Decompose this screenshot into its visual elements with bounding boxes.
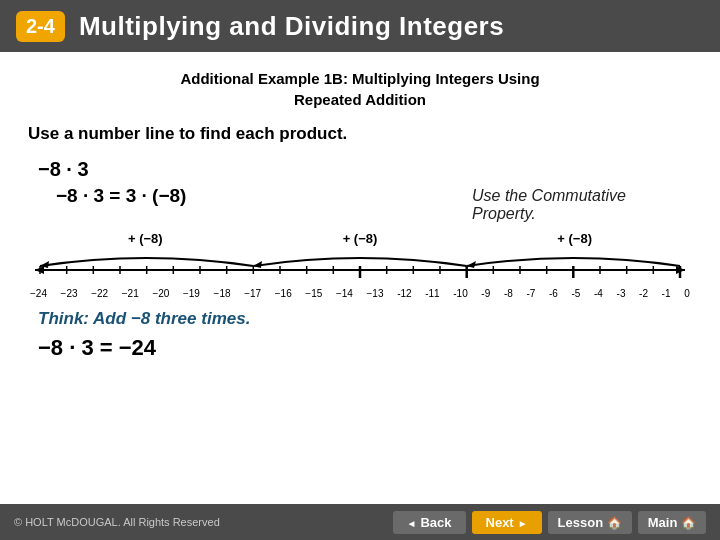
num-label: -2 — [639, 288, 648, 299]
num-label: −20 — [152, 288, 169, 299]
num-label: −17 — [244, 288, 261, 299]
num-label: -5 — [571, 288, 580, 299]
num-label: −15 — [305, 288, 322, 299]
main-label: Main — [648, 515, 678, 530]
commutative-note: Use the Commutative Property. — [472, 185, 692, 223]
num-label: -9 — [481, 288, 490, 299]
equation-text: −8 · 3 = 3 · (−8) — [56, 185, 186, 207]
num-label: -3 — [617, 288, 626, 299]
num-label: −22 — [91, 288, 108, 299]
next-arrow-icon — [518, 515, 528, 530]
num-label: -1 — [662, 288, 671, 299]
num-label: −23 — [61, 288, 78, 299]
arrow-label-1: + (−8) — [38, 231, 253, 246]
numberline-svg — [28, 248, 692, 286]
next-label: Next — [486, 515, 514, 530]
equation-row: −8 · 3 = 3 · (−8) Use the Commutative Pr… — [28, 185, 692, 223]
subtitle: Additional Example 1B: Multiplying Integ… — [28, 68, 692, 110]
main-content: Additional Example 1B: Multiplying Integ… — [0, 52, 720, 371]
num-label: −16 — [275, 288, 292, 299]
num-label: -8 — [504, 288, 513, 299]
numberline-container — [28, 248, 692, 286]
arrow-label-3: + (−8) — [467, 231, 682, 246]
num-label: -11 — [425, 288, 439, 299]
num-label: -12 — [397, 288, 411, 299]
lesson-label: Lesson — [558, 515, 604, 530]
copyright-text: © HOLT McDOUGAL. All Rights Reserved — [14, 516, 220, 528]
num-label: 0 — [684, 288, 690, 299]
think-text: Think: Add −8 three times. — [38, 309, 692, 329]
svg-marker-29 — [253, 261, 262, 268]
instruction-text: Use a number line to find each product. — [28, 124, 692, 144]
footer-bar: © HOLT McDOUGAL. All Rights Reserved Bac… — [0, 504, 720, 540]
num-label: −21 — [122, 288, 139, 299]
main-home-icon: 🏠 — [681, 516, 696, 530]
page-title: Multiplying and Dividing Integers — [79, 11, 504, 42]
back-label: Back — [420, 515, 451, 530]
arrow-label-2: + (−8) — [253, 231, 468, 246]
header-bar: 2-4 Multiplying and Dividing Integers — [0, 0, 720, 52]
numbers-row: −24 −23 −22 −21 −20 −19 −18 −17 −16 −15 … — [28, 288, 692, 299]
num-label: −13 — [367, 288, 384, 299]
num-label: -7 — [526, 288, 535, 299]
numberline-section: + (−8) + (−8) + (−8) — [28, 231, 692, 299]
result-text: −8 · 3 = −24 — [38, 335, 692, 361]
arrows-row: + (−8) + (−8) + (−8) — [28, 231, 692, 246]
next-button[interactable]: Next — [472, 511, 542, 534]
num-label: −24 — [30, 288, 47, 299]
lesson-button[interactable]: Lesson 🏠 — [548, 511, 632, 534]
back-button[interactable]: Back — [393, 511, 466, 534]
subtitle-line1: Additional Example 1B: Multiplying Integ… — [180, 70, 539, 87]
num-label: -4 — [594, 288, 603, 299]
num-label: −19 — [183, 288, 200, 299]
problem-label: −8 · 3 — [38, 158, 692, 181]
svg-marker-28 — [467, 261, 476, 268]
lesson-badge: 2-4 — [16, 11, 65, 42]
main-button[interactable]: Main 🏠 — [638, 511, 706, 534]
back-arrow-icon — [407, 515, 417, 530]
num-label: -6 — [549, 288, 558, 299]
lesson-home-icon: 🏠 — [607, 516, 622, 530]
svg-marker-30 — [40, 261, 49, 268]
num-label: −18 — [214, 288, 231, 299]
num-label: -10 — [453, 288, 467, 299]
subtitle-line2: Repeated Addition — [294, 91, 426, 108]
num-label: −14 — [336, 288, 353, 299]
nav-buttons: Back Next Lesson 🏠 Main 🏠 — [393, 511, 706, 534]
